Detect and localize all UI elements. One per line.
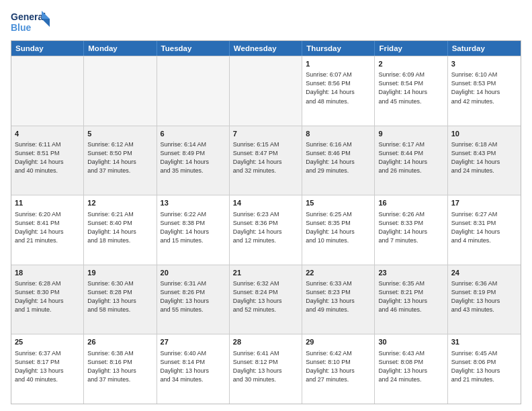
cal-cell-day: 3Sunrise: 6:10 AMSunset: 8:53 PMDaylight… — [448, 56, 521, 126]
day-number: 22 — [306, 268, 371, 278]
day-info: Sunrise: 6:14 AMSunset: 8:49 PMDaylight:… — [161, 140, 226, 175]
cal-cell-day: 16Sunrise: 6:26 AMSunset: 8:33 PMDayligh… — [375, 195, 447, 265]
day-number: 19 — [87, 268, 152, 278]
cal-header-day: Wednesday — [230, 41, 302, 56]
cal-cell-day: 19Sunrise: 6:30 AMSunset: 8:28 PMDayligh… — [84, 265, 157, 334]
day-info: Sunrise: 6:21 AMSunset: 8:40 PMDaylight:… — [87, 210, 152, 245]
cal-cell-day: 18Sunrise: 6:28 AMSunset: 8:30 PMDayligh… — [11, 265, 84, 334]
cal-header-day: Monday — [84, 41, 157, 56]
day-info: Sunrise: 6:09 AMSunset: 8:54 PMDaylight:… — [378, 71, 443, 105]
day-number: 30 — [378, 337, 443, 347]
day-info: Sunrise: 6:31 AMSunset: 8:26 PMDaylight:… — [161, 279, 226, 314]
cal-week-row: 1Sunrise: 6:07 AMSunset: 8:56 PMDaylight… — [11, 56, 521, 126]
day-info: Sunrise: 6:42 AMSunset: 8:10 PMDaylight:… — [306, 349, 371, 384]
day-info: Sunrise: 6:23 AMSunset: 8:36 PMDaylight:… — [233, 210, 298, 245]
cal-cell-day: 8Sunrise: 6:16 AMSunset: 8:46 PMDaylight… — [302, 126, 375, 195]
cal-header-day: Tuesday — [157, 41, 230, 56]
day-number: 17 — [451, 198, 517, 208]
cal-week-row: 18Sunrise: 6:28 AMSunset: 8:30 PMDayligh… — [11, 265, 521, 334]
cal-cell-day: 7Sunrise: 6:15 AMSunset: 8:47 PMDaylight… — [230, 126, 302, 195]
day-info: Sunrise: 6:37 AMSunset: 8:17 PMDaylight:… — [15, 349, 80, 384]
calendar-body: 1Sunrise: 6:07 AMSunset: 8:56 PMDaylight… — [11, 56, 521, 404]
cal-cell-day: 10Sunrise: 6:18 AMSunset: 8:43 PMDayligh… — [448, 126, 521, 195]
day-info: Sunrise: 6:43 AMSunset: 8:08 PMDaylight:… — [378, 349, 443, 384]
day-number: 2 — [378, 59, 443, 69]
logo: GeneralBlue — [11, 8, 51, 35]
day-info: Sunrise: 6:17 AMSunset: 8:44 PMDaylight:… — [378, 140, 443, 175]
day-info: Sunrise: 6:30 AMSunset: 8:28 PMDaylight:… — [87, 279, 152, 314]
day-number: 3 — [451, 59, 517, 69]
day-number: 8 — [306, 129, 371, 139]
day-info: Sunrise: 6:11 AMSunset: 8:51 PMDaylight:… — [15, 140, 80, 175]
day-info: Sunrise: 6:40 AMSunset: 8:14 PMDaylight:… — [161, 349, 226, 384]
day-number: 12 — [87, 198, 152, 208]
day-number: 28 — [233, 337, 298, 347]
day-number: 5 — [87, 129, 152, 139]
cal-cell-day: 14Sunrise: 6:23 AMSunset: 8:36 PMDayligh… — [230, 195, 302, 265]
day-info: Sunrise: 6:36 AMSunset: 8:19 PMDaylight:… — [451, 279, 517, 314]
cal-cell-day: 11Sunrise: 6:20 AMSunset: 8:41 PMDayligh… — [11, 195, 84, 265]
cal-week-row: 4Sunrise: 6:11 AMSunset: 8:51 PMDaylight… — [11, 126, 521, 195]
day-info: Sunrise: 6:26 AMSunset: 8:33 PMDaylight:… — [378, 210, 443, 245]
day-info: Sunrise: 6:12 AMSunset: 8:50 PMDaylight:… — [87, 140, 152, 175]
cal-cell-day: 24Sunrise: 6:36 AMSunset: 8:19 PMDayligh… — [448, 265, 521, 334]
day-info: Sunrise: 6:27 AMSunset: 8:31 PMDaylight:… — [451, 210, 517, 245]
cal-cell-day: 28Sunrise: 6:41 AMSunset: 8:12 PMDayligh… — [230, 334, 302, 404]
day-info: Sunrise: 6:41 AMSunset: 8:12 PMDaylight:… — [233, 349, 298, 384]
day-number: 27 — [161, 337, 226, 347]
day-info: Sunrise: 6:07 AMSunset: 8:56 PMDaylight:… — [306, 71, 371, 105]
cal-cell-day: 30Sunrise: 6:43 AMSunset: 8:08 PMDayligh… — [375, 334, 447, 404]
day-info: Sunrise: 6:25 AMSunset: 8:35 PMDaylight:… — [306, 210, 371, 245]
day-number: 4 — [15, 129, 80, 139]
day-number: 24 — [451, 268, 517, 278]
cal-cell-day: 31Sunrise: 6:45 AMSunset: 8:06 PMDayligh… — [448, 334, 521, 404]
day-number: 18 — [15, 268, 80, 278]
svg-text:Blue: Blue — [11, 22, 32, 33]
day-number: 10 — [451, 129, 517, 139]
cal-cell-day: 23Sunrise: 6:35 AMSunset: 8:21 PMDayligh… — [375, 265, 447, 334]
calendar: SundayMondayTuesdayWednesdayThursdayFrid… — [11, 40, 521, 404]
header: GeneralBlue — [11, 8, 521, 35]
day-number: 9 — [378, 129, 443, 139]
cal-cell-day: 1Sunrise: 6:07 AMSunset: 8:56 PMDaylight… — [302, 56, 375, 126]
svg-text:General: General — [11, 11, 46, 22]
day-number: 13 — [161, 198, 226, 208]
cal-cell-day: 4Sunrise: 6:11 AMSunset: 8:51 PMDaylight… — [11, 126, 84, 195]
cal-cell-day: 15Sunrise: 6:25 AMSunset: 8:35 PMDayligh… — [302, 195, 375, 265]
cal-week-row: 11Sunrise: 6:20 AMSunset: 8:41 PMDayligh… — [11, 195, 521, 265]
cal-header-day: Sunday — [11, 41, 84, 56]
cal-cell-day: 27Sunrise: 6:40 AMSunset: 8:14 PMDayligh… — [157, 334, 230, 404]
day-number: 14 — [233, 198, 298, 208]
cal-cell-empty — [157, 56, 230, 126]
cal-cell-day: 12Sunrise: 6:21 AMSunset: 8:40 PMDayligh… — [84, 195, 157, 265]
logo-icon: GeneralBlue — [11, 8, 51, 35]
cal-cell-day: 20Sunrise: 6:31 AMSunset: 8:26 PMDayligh… — [157, 265, 230, 334]
cal-cell-day: 26Sunrise: 6:38 AMSunset: 8:16 PMDayligh… — [84, 334, 157, 404]
cal-cell-day: 22Sunrise: 6:33 AMSunset: 8:23 PMDayligh… — [302, 265, 375, 334]
day-info: Sunrise: 6:20 AMSunset: 8:41 PMDaylight:… — [15, 210, 80, 245]
cal-cell-day: 5Sunrise: 6:12 AMSunset: 8:50 PMDaylight… — [84, 126, 157, 195]
cal-header-day: Thursday — [302, 41, 375, 56]
day-info: Sunrise: 6:45 AMSunset: 8:06 PMDaylight:… — [451, 349, 517, 384]
cal-cell-day: 6Sunrise: 6:14 AMSunset: 8:49 PMDaylight… — [157, 126, 230, 195]
day-number: 6 — [161, 129, 226, 139]
cal-week-row: 25Sunrise: 6:37 AMSunset: 8:17 PMDayligh… — [11, 334, 521, 404]
day-number: 26 — [87, 337, 152, 347]
day-info: Sunrise: 6:22 AMSunset: 8:38 PMDaylight:… — [161, 210, 226, 245]
day-number: 20 — [161, 268, 226, 278]
svg-marker-3 — [42, 19, 50, 27]
cal-cell-day: 13Sunrise: 6:22 AMSunset: 8:38 PMDayligh… — [157, 195, 230, 265]
day-info: Sunrise: 6:33 AMSunset: 8:23 PMDaylight:… — [306, 279, 371, 314]
day-number: 21 — [233, 268, 298, 278]
page: GeneralBlue SundayMondayTuesdayWednesday… — [0, 0, 532, 411]
cal-header-day: Friday — [375, 41, 447, 56]
day-number: 7 — [233, 129, 298, 139]
day-number: 15 — [306, 198, 371, 208]
cal-cell-day: 21Sunrise: 6:32 AMSunset: 8:24 PMDayligh… — [230, 265, 302, 334]
day-info: Sunrise: 6:18 AMSunset: 8:43 PMDaylight:… — [451, 140, 517, 175]
day-info: Sunrise: 6:28 AMSunset: 8:30 PMDaylight:… — [15, 279, 80, 314]
day-number: 16 — [378, 198, 443, 208]
cal-cell-empty — [11, 56, 84, 126]
day-info: Sunrise: 6:10 AMSunset: 8:53 PMDaylight:… — [451, 71, 517, 105]
cal-cell-empty — [84, 56, 157, 126]
